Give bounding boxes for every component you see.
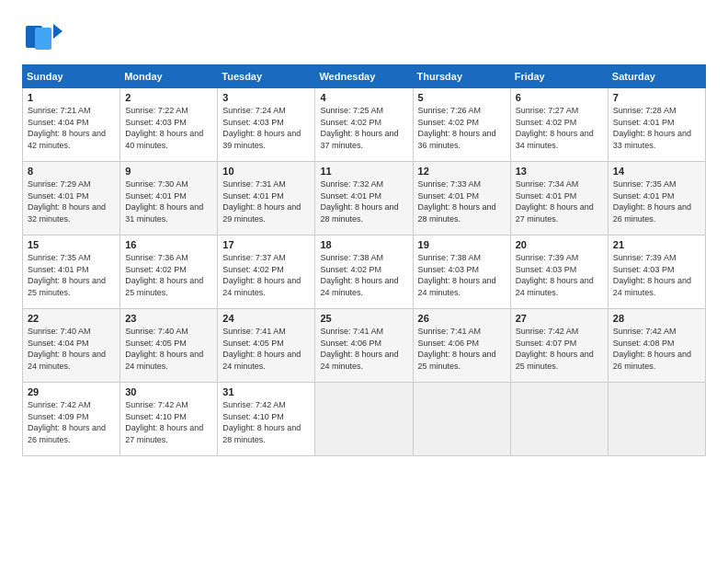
day-number: 24 xyxy=(222,313,310,324)
day-info: Sunrise: 7:27 AMSunset: 4:02 PMDaylight:… xyxy=(516,105,603,151)
day-info: Sunrise: 7:39 AMSunset: 4:03 PMDaylight:… xyxy=(516,252,603,298)
calendar-cell xyxy=(608,383,705,456)
day-number: 4 xyxy=(320,92,407,103)
day-number: 10 xyxy=(222,166,310,177)
calendar-cell: 27Sunrise: 7:42 AMSunset: 4:07 PMDayligh… xyxy=(510,309,608,383)
day-info: Sunrise: 7:41 AMSunset: 4:06 PMDaylight:… xyxy=(320,326,407,372)
calendar-cell: 14Sunrise: 7:35 AMSunset: 4:01 PMDayligh… xyxy=(608,162,705,236)
day-number: 26 xyxy=(418,313,506,324)
day-number: 30 xyxy=(125,386,212,397)
day-info: Sunrise: 7:33 AMSunset: 4:01 PMDaylight:… xyxy=(418,178,506,224)
day-info: Sunrise: 7:39 AMSunset: 4:03 PMDaylight:… xyxy=(613,252,700,298)
day-info: Sunrise: 7:37 AMSunset: 4:02 PMDaylight:… xyxy=(222,252,310,298)
calendar-day-header: Tuesday xyxy=(218,65,315,88)
calendar-cell: 29Sunrise: 7:42 AMSunset: 4:09 PMDayligh… xyxy=(23,383,120,456)
calendar-day-header: Thursday xyxy=(413,65,510,88)
calendar-table: SundayMondayTuesdayWednesdayThursdayFrid… xyxy=(22,64,706,456)
day-info: Sunrise: 7:42 AMSunset: 4:09 PMDaylight:… xyxy=(28,399,115,445)
day-info: Sunrise: 7:35 AMSunset: 4:01 PMDaylight:… xyxy=(28,252,115,298)
day-number: 27 xyxy=(516,313,603,324)
logo-icon xyxy=(22,18,66,55)
day-info: Sunrise: 7:30 AMSunset: 4:01 PMDaylight:… xyxy=(125,178,212,224)
calendar-cell: 31Sunrise: 7:42 AMSunset: 4:10 PMDayligh… xyxy=(218,383,315,456)
day-number: 22 xyxy=(28,313,115,324)
calendar-week-row: 22Sunrise: 7:40 AMSunset: 4:04 PMDayligh… xyxy=(23,309,706,383)
day-number: 23 xyxy=(125,313,212,324)
day-number: 6 xyxy=(516,92,603,103)
calendar-cell: 19Sunrise: 7:38 AMSunset: 4:03 PMDayligh… xyxy=(413,236,510,309)
day-number: 11 xyxy=(320,166,407,177)
day-number: 16 xyxy=(125,239,212,250)
day-info: Sunrise: 7:42 AMSunset: 4:10 PMDaylight:… xyxy=(222,399,310,445)
logo xyxy=(22,18,68,55)
day-number: 3 xyxy=(222,92,310,103)
day-number: 25 xyxy=(320,313,407,324)
calendar-cell: 12Sunrise: 7:33 AMSunset: 4:01 PMDayligh… xyxy=(413,162,510,236)
day-number: 21 xyxy=(613,239,700,250)
day-number: 12 xyxy=(418,166,506,177)
calendar-cell: 18Sunrise: 7:38 AMSunset: 4:02 PMDayligh… xyxy=(315,236,413,309)
day-info: Sunrise: 7:41 AMSunset: 4:05 PMDaylight:… xyxy=(222,326,310,372)
calendar-day-header: Saturday xyxy=(608,65,705,88)
day-info: Sunrise: 7:32 AMSunset: 4:01 PMDaylight:… xyxy=(320,178,407,224)
day-info: Sunrise: 7:22 AMSunset: 4:03 PMDaylight:… xyxy=(125,105,212,151)
day-number: 31 xyxy=(222,386,310,397)
day-number: 1 xyxy=(28,92,115,103)
calendar-cell: 8Sunrise: 7:29 AMSunset: 4:01 PMDaylight… xyxy=(23,162,120,236)
calendar-cell: 21Sunrise: 7:39 AMSunset: 4:03 PMDayligh… xyxy=(608,236,705,309)
day-number: 15 xyxy=(28,239,115,250)
calendar-cell: 30Sunrise: 7:42 AMSunset: 4:10 PMDayligh… xyxy=(120,383,218,456)
day-number: 7 xyxy=(613,92,700,103)
calendar-week-row: 1Sunrise: 7:21 AMSunset: 4:04 PMDaylight… xyxy=(23,88,706,162)
day-info: Sunrise: 7:36 AMSunset: 4:02 PMDaylight:… xyxy=(125,252,212,298)
day-number: 18 xyxy=(320,239,407,250)
day-info: Sunrise: 7:24 AMSunset: 4:03 PMDaylight:… xyxy=(222,105,310,151)
day-number: 17 xyxy=(222,239,310,250)
calendar-cell: 6Sunrise: 7:27 AMSunset: 4:02 PMDaylight… xyxy=(510,88,608,162)
calendar-cell: 25Sunrise: 7:41 AMSunset: 4:06 PMDayligh… xyxy=(315,309,413,383)
svg-marker-2 xyxy=(53,24,63,39)
calendar-week-row: 8Sunrise: 7:29 AMSunset: 4:01 PMDaylight… xyxy=(23,162,706,236)
calendar-cell xyxy=(315,383,413,456)
calendar-cell: 16Sunrise: 7:36 AMSunset: 4:02 PMDayligh… xyxy=(120,236,218,309)
calendar-cell: 7Sunrise: 7:28 AMSunset: 4:01 PMDaylight… xyxy=(608,88,705,162)
day-info: Sunrise: 7:29 AMSunset: 4:01 PMDaylight:… xyxy=(28,178,115,224)
day-number: 19 xyxy=(418,239,506,250)
day-info: Sunrise: 7:21 AMSunset: 4:04 PMDaylight:… xyxy=(28,105,115,151)
day-number: 20 xyxy=(516,239,603,250)
day-number: 14 xyxy=(613,166,700,177)
calendar-cell: 28Sunrise: 7:42 AMSunset: 4:08 PMDayligh… xyxy=(608,309,705,383)
day-info: Sunrise: 7:38 AMSunset: 4:03 PMDaylight:… xyxy=(418,252,506,298)
day-info: Sunrise: 7:40 AMSunset: 4:05 PMDaylight:… xyxy=(125,326,212,372)
calendar-day-header: Wednesday xyxy=(315,65,413,88)
day-info: Sunrise: 7:26 AMSunset: 4:02 PMDaylight:… xyxy=(418,105,506,151)
calendar-cell xyxy=(510,383,608,456)
calendar-header-row: SundayMondayTuesdayWednesdayThursdayFrid… xyxy=(23,65,706,88)
day-number: 29 xyxy=(28,386,115,397)
calendar-week-row: 15Sunrise: 7:35 AMSunset: 4:01 PMDayligh… xyxy=(23,236,706,309)
day-info: Sunrise: 7:38 AMSunset: 4:02 PMDaylight:… xyxy=(320,252,407,298)
day-number: 13 xyxy=(516,166,603,177)
day-number: 5 xyxy=(418,92,506,103)
calendar-day-header: Sunday xyxy=(23,65,120,88)
day-info: Sunrise: 7:42 AMSunset: 4:10 PMDaylight:… xyxy=(125,399,212,445)
day-number: 9 xyxy=(125,166,212,177)
calendar-day-header: Monday xyxy=(120,65,218,88)
day-number: 8 xyxy=(28,166,115,177)
calendar-day-header: Friday xyxy=(510,65,608,88)
day-info: Sunrise: 7:31 AMSunset: 4:01 PMDaylight:… xyxy=(222,178,310,224)
page: SundayMondayTuesdayWednesdayThursdayFrid… xyxy=(0,0,728,563)
calendar-cell: 15Sunrise: 7:35 AMSunset: 4:01 PMDayligh… xyxy=(23,236,120,309)
day-info: Sunrise: 7:34 AMSunset: 4:01 PMDaylight:… xyxy=(516,178,603,224)
calendar-cell: 11Sunrise: 7:32 AMSunset: 4:01 PMDayligh… xyxy=(315,162,413,236)
day-info: Sunrise: 7:40 AMSunset: 4:04 PMDaylight:… xyxy=(28,326,115,372)
day-info: Sunrise: 7:35 AMSunset: 4:01 PMDaylight:… xyxy=(613,178,700,224)
calendar-cell: 10Sunrise: 7:31 AMSunset: 4:01 PMDayligh… xyxy=(218,162,315,236)
calendar-cell: 20Sunrise: 7:39 AMSunset: 4:03 PMDayligh… xyxy=(510,236,608,309)
calendar-cell: 1Sunrise: 7:21 AMSunset: 4:04 PMDaylight… xyxy=(23,88,120,162)
day-info: Sunrise: 7:25 AMSunset: 4:02 PMDaylight:… xyxy=(320,105,407,151)
calendar-cell: 24Sunrise: 7:41 AMSunset: 4:05 PMDayligh… xyxy=(218,309,315,383)
calendar-cell: 9Sunrise: 7:30 AMSunset: 4:01 PMDaylight… xyxy=(120,162,218,236)
calendar-cell: 23Sunrise: 7:40 AMSunset: 4:05 PMDayligh… xyxy=(120,309,218,383)
day-number: 2 xyxy=(125,92,212,103)
